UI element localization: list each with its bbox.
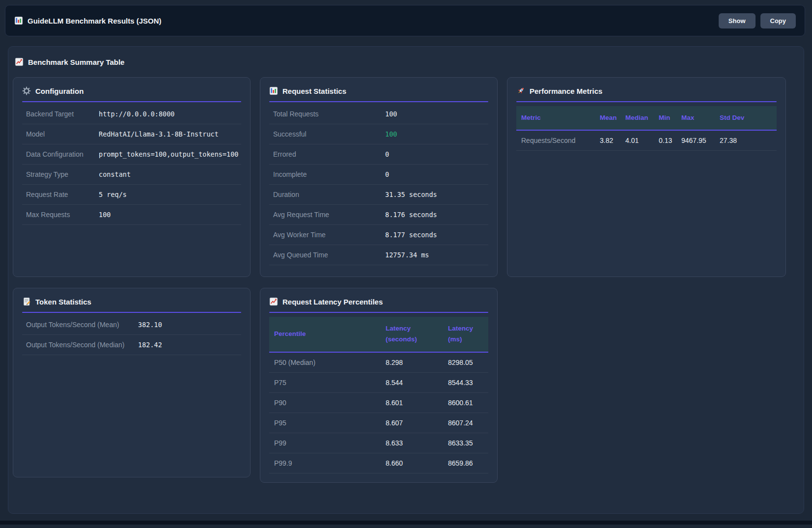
next-section-edge [0, 521, 812, 525]
kv-label: Duration [273, 191, 385, 198]
kv-value: 0 [385, 170, 389, 178]
kv-row: Incomplete0 [269, 165, 488, 185]
kv-label: Model [26, 130, 99, 138]
show-button[interactable]: Show [719, 13, 756, 28]
row-label-cell: P75 [269, 372, 381, 392]
kv-label: Total Requests [273, 110, 385, 118]
token-statistics-rows: Output Tokens/Second (Mean)382.10Output … [22, 315, 241, 355]
row-label-cell: Requests/Second [516, 130, 595, 151]
kv-value: constant [99, 170, 131, 178]
table-header-row: MetricMeanMedianMinMaxStd Dev [516, 106, 777, 130]
kv-row: Output Tokens/Second (Mean)382.10 [22, 315, 241, 335]
value-cell: 8.660 [381, 453, 443, 473]
table-row: P958.6078607.24 [269, 413, 488, 433]
kv-row: Max Requests100 [22, 205, 241, 225]
configuration-title: Configuration [35, 87, 84, 95]
value-cell: 8600.61 [443, 392, 488, 413]
bar-chart-icon [269, 86, 278, 95]
table-row: P50 (Median)8.2988298.05 [269, 352, 488, 373]
kv-row: Backend Targethttp://0.0.0.0:8000 [22, 104, 241, 124]
kv-label: Max Requests [26, 211, 99, 219]
benchmark-summary-panel: Benchmark Summary Table [8, 46, 804, 514]
value-cell: 8.633 [381, 433, 443, 453]
kv-row: Strategy Typeconstant [22, 165, 241, 185]
kv-row: Output Tokens/Second (Median)182.42 [22, 335, 241, 355]
accent-underline [269, 101, 488, 102]
column-header: Metric [516, 106, 595, 130]
kv-value: 12757.34 ms [385, 251, 429, 259]
kv-label: Request Rate [26, 191, 99, 198]
section-title: Benchmark Summary Table [28, 58, 124, 66]
row-label-cell: P99 [269, 433, 381, 453]
kv-label: Backend Target [26, 110, 99, 118]
performance-metrics-table: MetricMeanMedianMinMaxStd DevRequests/Se… [516, 106, 777, 151]
kv-row: Request Rate5 req/s [22, 185, 241, 205]
latency-percentiles-card-head: Request Latency Percentiles [269, 297, 488, 306]
kv-label: Incomplete [273, 170, 385, 178]
configuration-card: Configuration Backend Targethttp://0.0.0… [13, 77, 251, 277]
kv-value: 382.10 [138, 321, 162, 329]
bar-chart-icon [14, 16, 23, 25]
column-header: Std Dev [715, 106, 777, 130]
token-statistics-card-head: Token Statistics [22, 297, 241, 306]
copy-button[interactable]: Copy [760, 13, 796, 28]
kv-row: Duration31.35 seconds [269, 185, 488, 205]
request-statistics-card: Request Statistics Total Requests100Succ… [260, 77, 498, 277]
kv-row: Data Configurationprompt_tokens=100,outp… [22, 144, 241, 165]
kv-value: 5 req/s [99, 191, 127, 198]
request-statistics-title: Request Statistics [282, 87, 346, 95]
chart-up-icon [15, 57, 24, 66]
kv-label: Errored [273, 150, 385, 158]
value-cell: 8.601 [381, 392, 443, 413]
kv-row: Errored0 [269, 144, 488, 165]
kv-value: 100 [385, 130, 397, 138]
value-cell: 8.544 [381, 372, 443, 392]
value-cell: 8544.33 [443, 372, 488, 392]
memo-icon [22, 297, 31, 306]
kv-row: Successful100 [269, 124, 488, 144]
kv-value: 8.176 seconds [385, 211, 437, 219]
kv-row: Total Requests100 [269, 104, 488, 124]
token-statistics-card: Token Statistics Output Tokens/Second (M… [13, 288, 251, 477]
value-cell: 8607.24 [443, 413, 488, 433]
column-header: Min [654, 106, 676, 130]
kv-value: 182.42 [138, 341, 162, 349]
table-row: P908.6018600.61 [269, 392, 488, 413]
accent-underline [22, 101, 241, 102]
request-statistics-rows: Total Requests100Successful100Errored0In… [269, 104, 488, 265]
kv-label: Strategy Type [26, 170, 99, 178]
kv-value: 100 [385, 110, 397, 118]
value-cell: 8.298 [381, 352, 443, 373]
page-title: GuideLLM Benchmark Results (JSON) [28, 17, 162, 25]
kv-value: 8.177 seconds [385, 231, 437, 239]
header-title-group: GuideLLM Benchmark Results (JSON) [14, 16, 162, 25]
accent-underline [269, 312, 488, 313]
table-row: P758.5448544.33 [269, 372, 488, 392]
kv-row: Avg Queued Time12757.34 ms [269, 245, 488, 265]
accent-underline [516, 101, 777, 102]
performance-metrics-card-head: Performance Metrics [516, 86, 777, 95]
performance-metrics-title: Performance Metrics [530, 87, 602, 95]
value-cell: 4.01 [620, 130, 654, 151]
header-actions: Show Copy [719, 13, 796, 28]
rocket-icon [516, 86, 525, 95]
column-header: Latency (ms) [443, 317, 488, 352]
value-cell: 8659.86 [443, 453, 488, 473]
value-cell: 8298.05 [443, 352, 488, 373]
latency-percentiles-card: Request Latency Percentiles PercentileLa… [260, 288, 498, 483]
latency-percentiles-title: Request Latency Percentiles [282, 298, 383, 306]
column-header: Max [676, 106, 715, 130]
row-label-cell: P95 [269, 413, 381, 433]
row-label-cell: P50 (Median) [269, 352, 381, 373]
value-cell: 27.38 [715, 130, 777, 151]
kv-label: Avg Request Time [273, 211, 385, 219]
table-row: P998.6338633.35 [269, 433, 488, 453]
gear-icon [22, 86, 31, 95]
token-statistics-title: Token Statistics [35, 298, 91, 306]
configuration-rows: Backend Targethttp://0.0.0.0:8000ModelRe… [22, 104, 241, 225]
kv-row: Avg Worker Time8.177 seconds [269, 225, 488, 245]
kv-label: Output Tokens/Second (Mean) [26, 321, 138, 329]
column-header: Latency (seconds) [381, 317, 443, 352]
value-cell: 0.13 [654, 130, 676, 151]
kv-label: Avg Queued Time [273, 251, 385, 259]
